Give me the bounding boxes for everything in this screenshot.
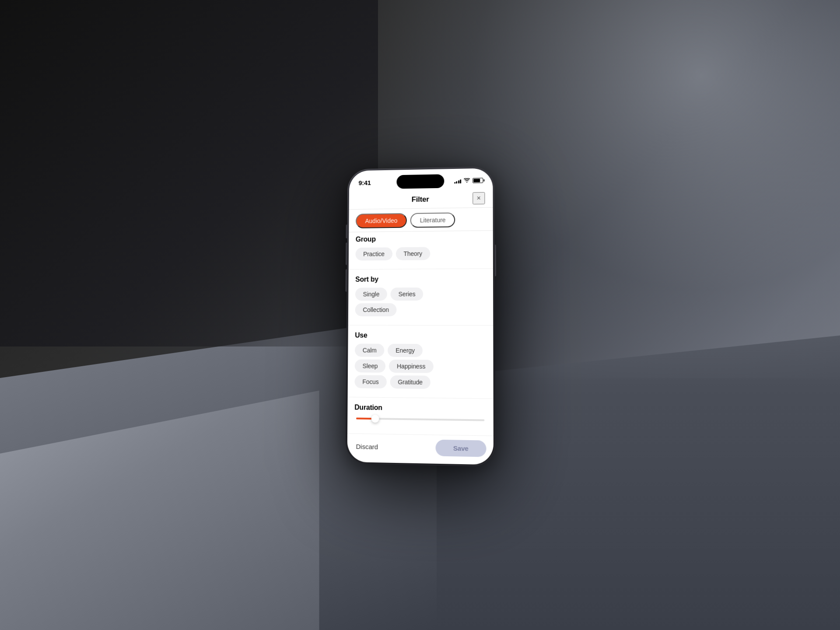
tab-literature[interactable]: Literature xyxy=(410,213,455,228)
sort-chips-row2: Collection xyxy=(355,303,486,316)
phone-inner: 9:41 xyxy=(346,167,495,466)
group-chips: Practice Theory xyxy=(355,246,486,260)
duration-section: Duration xyxy=(347,400,494,436)
chip-collection[interactable]: Collection xyxy=(355,303,397,316)
battery-fill xyxy=(473,179,480,182)
use-chips-row3: Focus Gratitude xyxy=(355,375,486,389)
use-divider xyxy=(348,397,494,399)
sort-by-title: Sort by xyxy=(355,275,486,283)
dynamic-island xyxy=(396,174,444,189)
tab-audio-video[interactable]: Audio/Video xyxy=(356,213,407,228)
chip-series[interactable]: Series xyxy=(391,287,424,301)
chip-gratitude[interactable]: Gratitude xyxy=(390,375,430,389)
signal-bar-1 xyxy=(454,182,455,183)
save-button[interactable]: Save xyxy=(435,440,486,457)
discard-button[interactable]: Discard xyxy=(354,439,380,454)
group-divider xyxy=(349,268,493,270)
chip-calm[interactable]: Calm xyxy=(355,344,385,357)
tab-bar: Audio/Video Literature xyxy=(349,208,493,232)
use-title: Use xyxy=(355,332,486,340)
chip-practice[interactable]: Practice xyxy=(355,247,392,260)
volume-down-button[interactable] xyxy=(346,269,347,291)
bottom-actions: Discard Save xyxy=(347,433,494,464)
status-time: 9:41 xyxy=(358,179,371,186)
signal-bar-3 xyxy=(458,180,459,183)
filter-title: Filter xyxy=(412,195,429,204)
chip-focus[interactable]: Focus xyxy=(355,375,387,388)
use-chips-row2: Sleep Happiness xyxy=(355,359,486,373)
phone-shell: 9:41 xyxy=(346,166,496,466)
chip-sleep[interactable]: Sleep xyxy=(355,359,386,372)
wifi-icon xyxy=(464,178,470,183)
close-button[interactable]: × xyxy=(472,192,485,204)
use-section: Use Calm Energy Sleep Happiness Focus Gr… xyxy=(348,328,494,395)
signal-icon xyxy=(454,178,461,183)
sort-chips-row1: Single Series xyxy=(355,287,486,301)
chip-happiness[interactable]: Happiness xyxy=(389,360,433,373)
chip-single[interactable]: Single xyxy=(355,287,387,301)
phone-screen: 9:41 xyxy=(347,168,494,465)
group-section: Group Practice Theory xyxy=(349,231,493,266)
bg-dark-area xyxy=(0,0,378,346)
power-button[interactable] xyxy=(495,245,496,276)
volume-up-button[interactable] xyxy=(346,243,347,265)
battery-icon xyxy=(472,178,483,183)
duration-slider-thumb[interactable] xyxy=(371,415,379,423)
phone-device: 9:41 xyxy=(346,166,496,466)
chip-energy[interactable]: Energy xyxy=(388,344,423,357)
status-icons xyxy=(454,178,483,184)
sort-by-section: Sort by Single Series Collection xyxy=(348,271,493,322)
use-chips-row1: Calm Energy xyxy=(355,344,486,358)
filter-header: Filter × xyxy=(349,189,493,209)
signal-bar-2 xyxy=(456,181,457,183)
duration-slider-track xyxy=(356,417,484,421)
sort-divider xyxy=(348,325,493,326)
duration-title: Duration xyxy=(354,403,486,413)
mute-button[interactable] xyxy=(346,224,347,238)
chip-theory[interactable]: Theory xyxy=(396,247,430,260)
signal-bar-4 xyxy=(460,179,461,183)
group-title: Group xyxy=(356,234,486,243)
